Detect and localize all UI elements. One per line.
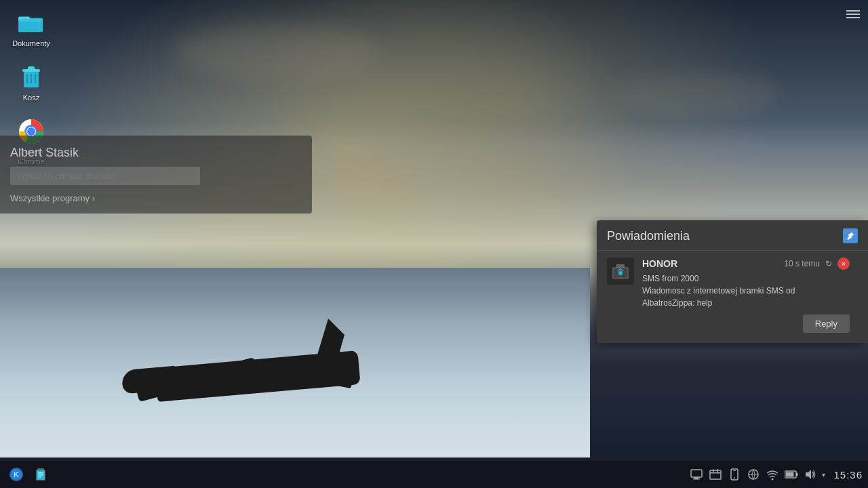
notification-panel-header: Powiadomienia <box>597 220 868 251</box>
svg-rect-34 <box>717 469 719 472</box>
folder-dokumenty-icon <box>18 9 45 37</box>
tray-icon-wifi[interactable] <box>765 467 780 482</box>
tray-expand-button[interactable]: ▾ <box>822 471 825 479</box>
svg-point-18 <box>618 271 623 275</box>
svg-rect-28 <box>691 470 702 477</box>
taskbar-app-files[interactable] <box>30 462 54 487</box>
desktop-icon-kosz-label: Kosz <box>23 94 39 102</box>
notification-item: HONOR 10 s temu ↻ × SMS from 2000 Wiadom… <box>597 251 868 343</box>
desktop-icon-dokumenty-label: Dokumenty <box>12 39 50 48</box>
taskbar-clock: 15:36 <box>833 469 863 481</box>
svg-rect-30 <box>693 479 700 480</box>
taskbar: K <box>0 461 868 488</box>
tray-icon-network[interactable] <box>746 467 761 482</box>
hamburger-menu-button[interactable] <box>846 8 860 20</box>
svg-rect-25 <box>38 472 43 474</box>
tray-icon-battery[interactable] <box>784 467 799 482</box>
svg-rect-27 <box>38 476 41 478</box>
notification-pin-button[interactable] <box>843 228 858 243</box>
svg-rect-42 <box>796 473 798 476</box>
desktop-icon-dokumenty[interactable]: Dokumenty <box>7 7 56 51</box>
svg-rect-3 <box>20 19 41 22</box>
start-menu-overlay: Albert Stasik Wszystkie programy › <box>0 136 312 214</box>
hamburger-line-1 <box>846 10 860 12</box>
svg-rect-32 <box>710 472 721 474</box>
tray-icon-phone[interactable] <box>727 467 742 482</box>
svg-point-13 <box>27 127 35 136</box>
taskbar-start-button[interactable]: K <box>5 464 27 485</box>
notification-message: SMS from 2000 Wiadomosc z internetowej b… <box>642 272 850 309</box>
svg-rect-16 <box>616 264 625 268</box>
svg-rect-6 <box>28 66 35 70</box>
notification-time: 10 s temu <box>784 259 820 268</box>
refresh-icon[interactable]: ↻ <box>825 259 832 268</box>
svg-rect-43 <box>786 472 794 477</box>
hamburger-line-2 <box>846 14 860 15</box>
start-menu-all-programs[interactable]: Wszystkie programy › <box>10 193 302 203</box>
notification-content: HONOR 10 s temu ↻ × SMS from 2000 Wiadom… <box>642 258 850 333</box>
tray-icon-volume[interactable] <box>803 467 818 482</box>
notification-app-row: HONOR 10 s temu ↻ × <box>642 258 850 270</box>
tray-icon-monitor[interactable] <box>689 467 704 482</box>
svg-rect-31 <box>710 470 721 479</box>
svg-rect-37 <box>733 470 736 471</box>
start-menu-username: Albert Stasik <box>10 146 302 160</box>
trash-kosz-icon <box>18 64 45 91</box>
svg-rect-8 <box>31 74 32 83</box>
svg-rect-9 <box>35 74 36 83</box>
svg-rect-33 <box>713 469 714 472</box>
hamburger-line-3 <box>846 17 860 18</box>
desktop: Dokumenty Kosz <box>0 0 868 488</box>
taskbar-apps-area <box>30 462 54 487</box>
notification-app-icon <box>607 258 634 285</box>
desktop-icon-kosz[interactable]: Kosz <box>7 61 56 105</box>
svg-point-36 <box>734 477 735 479</box>
svg-rect-7 <box>26 74 28 83</box>
taskbar-tray: ▾ 15:36 <box>689 467 863 482</box>
svg-rect-29 <box>694 477 698 479</box>
notification-panel: Powiadomienia <box>597 220 868 343</box>
svg-text:K: K <box>14 470 19 479</box>
notification-meta: 10 s temu ↻ × <box>784 258 850 270</box>
svg-point-14 <box>849 235 852 237</box>
plane-wreck <box>102 264 441 434</box>
svg-point-40 <box>772 479 774 481</box>
start-menu-search-input[interactable] <box>10 167 200 185</box>
notification-app-name: HONOR <box>642 258 677 269</box>
notification-panel-title: Powiadomienia <box>607 229 690 243</box>
svg-rect-26 <box>38 474 43 476</box>
notification-close-button[interactable]: × <box>837 258 850 270</box>
tray-icon-calendar[interactable] <box>708 467 723 482</box>
notification-reply-button[interactable]: Reply <box>803 314 850 333</box>
